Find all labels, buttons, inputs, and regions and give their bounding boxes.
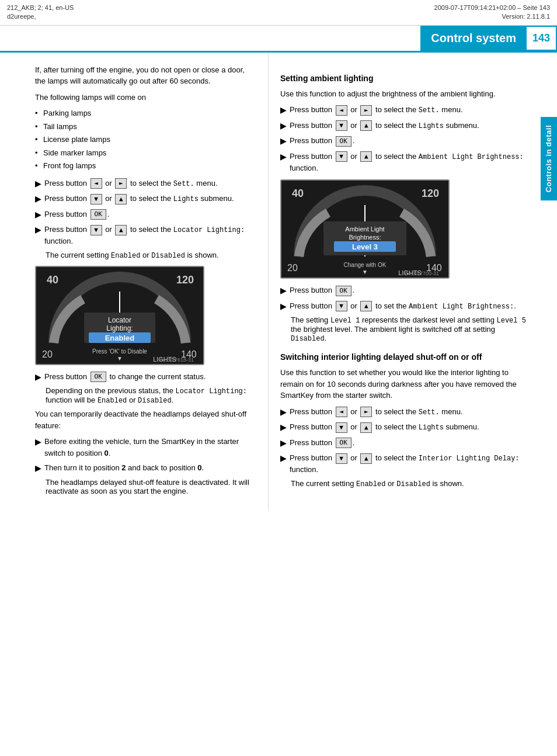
- arrow-icon: ▶: [280, 438, 286, 449]
- right2-button-up[interactable]: ▲: [360, 422, 372, 433]
- instruction-text: Press button ▼ or ▲ to select the Lights…: [290, 421, 528, 433]
- right-button-up3[interactable]: ▲: [360, 301, 372, 311]
- left-button-down2[interactable]: ▼: [90, 225, 102, 235]
- left-column: If, after turning off the engine, you do…: [0, 53, 269, 511]
- header-author: d2ureepe,: [7, 12, 74, 21]
- left-instruction-5: ▶ Press button OK to change the current …: [35, 371, 256, 383]
- page-header: 212_AKB; 2; 41, en-US d2ureepe, 2009-07-…: [0, 0, 557, 26]
- left-button-up2[interactable]: ▲: [115, 225, 127, 235]
- arrow-icon: ▶: [35, 463, 41, 474]
- arrow-icon: ▶: [280, 285, 286, 297]
- arrow-icon: ▶: [280, 136, 286, 147]
- svg-text:Enabled: Enabled: [105, 334, 135, 342]
- arrow-icon: ▶: [280, 407, 286, 418]
- svg-text:120: 120: [176, 274, 194, 286]
- header-doc-id: 212_AKB; 2; 41, en-US: [7, 4, 74, 12]
- left-button-up[interactable]: ▲: [115, 194, 127, 204]
- left-instruction-3: ▶ Press button OK.: [35, 209, 256, 221]
- arrow-icon: ▶: [35, 436, 41, 448]
- instruction-text: Press button OK.: [44, 209, 256, 220]
- svg-text:64.32-7700-31: 64.32-7700-31: [405, 271, 439, 276]
- right2-button-down2[interactable]: ▼: [336, 453, 347, 464]
- right2-button-up2[interactable]: ▲: [360, 453, 372, 464]
- left-ok-button2[interactable]: OK: [90, 372, 106, 382]
- arrow-icon: ▶: [280, 301, 286, 313]
- locator-note: The current setting Enabled or Disabled …: [46, 251, 256, 260]
- list-item: Tail lamps: [35, 121, 256, 133]
- svg-text:120: 120: [422, 188, 439, 199]
- section-title: Control system: [420, 26, 527, 51]
- title-bar-right: Control system 143: [420, 26, 557, 51]
- header-version: Version: 2.11.8.1: [434, 12, 550, 21]
- right-instruction-3: ▶ Press button OK.: [280, 135, 528, 147]
- instruction-text: Press button OK.: [290, 285, 528, 296]
- intro-paragraph: If, after turning off the engine, you do…: [35, 64, 256, 87]
- list-item: Parking lamps: [35, 107, 256, 119]
- right-ok-button2[interactable]: OK: [336, 286, 351, 296]
- right-button-up2[interactable]: ▲: [360, 151, 372, 162]
- left-button-forward[interactable]: ►: [115, 178, 127, 189]
- svg-text:Ambient Light: Ambient Light: [345, 226, 384, 233]
- arrow-icon: ▶: [35, 178, 41, 190]
- svg-text:Brightness:: Brightness:: [349, 234, 381, 241]
- deactivate-title: You can temporarily deactivate the headl…: [35, 408, 256, 431]
- section1-title: Setting ambient lighting: [280, 72, 528, 85]
- left-button-down[interactable]: ▼: [90, 194, 102, 204]
- svg-text:Change with OK: Change with OK: [344, 262, 387, 268]
- arrow-icon: ▶: [280, 422, 286, 434]
- left-instruction-4: ▶ Press button ▼ or ▲ to select the Loca…: [35, 224, 256, 247]
- section1-intro: Use this function to adjust the brightne…: [280, 88, 528, 100]
- deact-instruction-1: ▶ Before exiting the vehicle, turn the S…: [35, 436, 256, 459]
- right2-button-down[interactable]: ▼: [336, 422, 347, 433]
- right-button-down3[interactable]: ▼: [336, 301, 347, 311]
- svg-text:20: 20: [42, 349, 53, 359]
- right2-ok-button[interactable]: OK: [336, 438, 351, 448]
- instruction-text: Press button ▼ or ▲ to select the Interi…: [290, 452, 528, 476]
- right-column: Setting ambient lighting Use this functi…: [269, 53, 557, 511]
- instruction-text: Press button ◄ or ► to select the Sett. …: [44, 178, 256, 189]
- instruction-text: Press button OK.: [290, 135, 528, 147]
- right-instruction-5: ▶ Press button OK.: [280, 285, 528, 297]
- svg-text:Locator: Locator: [108, 316, 131, 324]
- right-button-back[interactable]: ◄: [336, 105, 347, 116]
- arrow-icon: ▶: [35, 372, 41, 383]
- right-ok-button[interactable]: OK: [336, 136, 351, 147]
- svg-text:▼: ▼: [117, 355, 123, 362]
- right-button-down[interactable]: ▼: [336, 120, 347, 131]
- svg-text:40: 40: [292, 188, 304, 199]
- arrow-icon: ▶: [280, 120, 286, 132]
- instruction-text: Press button ◄ or ► to select the Sett. …: [290, 104, 528, 116]
- right2-instruction-2: ▶ Press button ▼ or ▲ to select the Ligh…: [280, 421, 528, 434]
- left-instruction-2: ▶ Press button ▼ or ▲ to select the Ligh…: [35, 193, 256, 205]
- right-instruction-4: ▶ Press button ▼ or ▲ to select the Ambi…: [280, 151, 528, 174]
- instruction-text: Press button ▼ or ▲ to select the Lights…: [290, 120, 528, 131]
- instruction-text: Before exiting the vehicle, turn the Sma…: [44, 436, 256, 459]
- side-tab: Controls in detail: [541, 117, 557, 200]
- right-button-up[interactable]: ▲: [360, 120, 372, 131]
- page-number: 143: [527, 26, 557, 51]
- gauge-display-2: 40 120 20 140 Ambient Light Brightness: …: [280, 179, 450, 279]
- instruction-text: Press button ▼ or ▲ to set the Ambient L…: [290, 300, 528, 312]
- right-instruction-1: ▶ Press button ◄ or ► to select the Sett…: [280, 104, 528, 116]
- left-instruction-1: ▶ Press button ◄ or ► to select the Sett…: [35, 178, 256, 190]
- left-button-back[interactable]: ◄: [90, 178, 102, 189]
- arrow-icon: ▶: [280, 453, 286, 464]
- svg-text:40: 40: [47, 274, 58, 286]
- right2-button-forward[interactable]: ►: [360, 407, 372, 417]
- right-button-down2[interactable]: ▼: [336, 151, 347, 162]
- right-button-forward[interactable]: ►: [360, 105, 372, 116]
- right2-instruction-3: ▶ Press button OK.: [280, 437, 528, 449]
- arrow-icon: ▶: [280, 151, 286, 163]
- svg-text:Press 'OK' to Disable: Press 'OK' to Disable: [92, 348, 147, 355]
- content-wrapper: If, after turning off the engine, you do…: [0, 53, 557, 511]
- deact-instruction-2: ▶ Then turn it to position 2 and back to…: [35, 462, 256, 474]
- title-bar: Control system 143: [0, 26, 557, 53]
- arrow-icon: ▶: [280, 105, 286, 116]
- right2-button-back[interactable]: ◄: [336, 407, 347, 417]
- lamps-list: Parking lamps Tail lamps License plate l…: [35, 107, 256, 172]
- gauge-svg-1: 40 120 20 140 Locator Lighting: Enabled …: [36, 267, 203, 364]
- instruction-text: Press button ▼ or ▲ to select the Lights…: [44, 193, 256, 204]
- section2-note: The current setting Enabled or Disabled …: [291, 479, 528, 488]
- left-ok-button[interactable]: OK: [90, 209, 106, 220]
- gauge-display-1: 40 120 20 140 Locator Lighting: Enabled …: [35, 266, 204, 365]
